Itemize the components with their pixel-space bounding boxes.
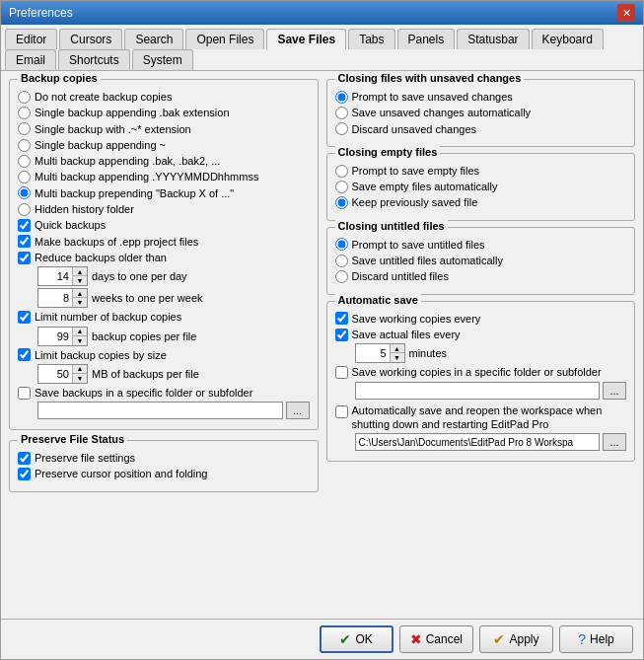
radio-prompt-unsaved-label: Prompt to save unsaved changes xyxy=(352,90,513,104)
apply-button[interactable]: ✔ Apply xyxy=(479,625,553,653)
radio-save-auto-untitled-input[interactable] xyxy=(335,255,348,267)
tab-save-files[interactable]: Save Files xyxy=(266,29,346,50)
chk-specific-folder: Save backups in a specific folder or sub… xyxy=(18,386,310,400)
radio-keep-saved: Keep previously saved file xyxy=(335,195,627,209)
radio-save-auto-unsaved-input[interactable] xyxy=(335,107,348,119)
radio-single-bak-input[interactable] xyxy=(18,107,31,119)
chk-reopen-input[interactable] xyxy=(335,405,348,418)
chk-epp-backups: Make backups of .epp project files xyxy=(18,235,310,249)
radio-multi-bak-input[interactable] xyxy=(18,155,31,168)
chk-preserve-settings-input[interactable] xyxy=(18,452,31,465)
apply-label: Apply xyxy=(509,632,538,646)
chk-quick-backups-input[interactable] xyxy=(18,219,31,232)
minutes-down[interactable]: ▼ xyxy=(391,353,404,362)
tab-cursors[interactable]: Cursors xyxy=(59,29,122,49)
chk-save-working-input[interactable] xyxy=(335,312,348,325)
ok-button[interactable]: ✔ OK xyxy=(320,625,394,653)
chk-limit-num-input[interactable] xyxy=(18,311,31,324)
radio-discard-untitled-label: Discard untitled files xyxy=(352,269,449,283)
tab-search[interactable]: Search xyxy=(124,29,183,49)
radio-prompt-empty-input[interactable] xyxy=(335,165,348,178)
chk-save-actual-input[interactable] xyxy=(335,329,348,341)
chk-limit-size-input[interactable] xyxy=(18,348,31,361)
help-label: Help xyxy=(590,632,614,646)
radio-prompt-unsaved-input[interactable] xyxy=(335,91,348,104)
cancel-button[interactable]: ✖ Cancel xyxy=(399,625,473,653)
limit-num-down[interactable]: ▼ xyxy=(73,336,87,345)
closing-untitled-group: Closing untitled files Prompt to save un… xyxy=(326,227,636,295)
tab-shortcuts[interactable]: Shortcuts xyxy=(58,49,130,70)
limit-size-down[interactable]: ▼ xyxy=(73,374,87,383)
radio-hidden-history: Hidden history folder xyxy=(18,202,310,216)
radio-discard-unsaved-input[interactable] xyxy=(335,122,348,135)
limit-num-spinner: ▲ ▼ xyxy=(37,327,88,346)
radio-prompt-untitled-input[interactable] xyxy=(335,238,348,251)
chk-limit-num-label: Limit number of backup copies xyxy=(35,310,181,324)
chk-preserve-cursor: Preserve cursor position and folding xyxy=(18,467,310,480)
close-button[interactable]: ✕ xyxy=(617,4,635,22)
limit-size-suffix: MB of backups per file xyxy=(92,368,199,380)
radio-multi-prepend-label: Multi backup prepending "Backup X of ...… xyxy=(35,186,234,200)
working-folder-browse[interactable]: ... xyxy=(603,382,626,400)
reduce-weeks-up[interactable]: ▲ xyxy=(73,289,87,298)
radio-multi-prepend-input[interactable] xyxy=(18,186,31,199)
minutes-up[interactable]: ▲ xyxy=(391,344,404,353)
chk-preserve-cursor-input[interactable] xyxy=(18,468,31,480)
tab-tabs[interactable]: Tabs xyxy=(348,29,394,49)
reduce-days-row: ▲ ▼ days to one per day xyxy=(37,266,310,286)
chk-specific-folder-input[interactable] xyxy=(18,387,31,400)
radio-save-auto-empty-input[interactable] xyxy=(335,181,348,193)
chk-reduce-input[interactable] xyxy=(18,252,31,264)
radio-multi-date: Multi backup appending .YYYYMMDDhhmmss xyxy=(18,170,310,183)
backup-copies-group: Backup copies Do not create backup copie… xyxy=(9,79,319,430)
chk-epp-backups-input[interactable] xyxy=(18,235,31,248)
tab-keyboard[interactable]: Keyboard xyxy=(532,29,604,49)
tab-email[interactable]: Email xyxy=(5,49,56,70)
radio-multi-date-input[interactable] xyxy=(18,171,31,183)
chk-preserve-cursor-label: Preserve cursor position and folding xyxy=(35,467,207,480)
working-folder-input[interactable] xyxy=(355,382,601,400)
limit-size-input[interactable] xyxy=(38,365,72,383)
minutes-input[interactable] xyxy=(356,344,390,362)
left-panel: Backup copies Do not create backup copie… xyxy=(9,79,319,611)
radio-prompt-untitled: Prompt to save untitled files xyxy=(335,238,627,252)
check-icon: ✔ xyxy=(339,631,351,647)
tab-panels[interactable]: Panels xyxy=(397,29,456,49)
reduce-weeks-down[interactable]: ▼ xyxy=(73,298,87,307)
limit-size-up[interactable]: ▲ xyxy=(73,365,87,374)
backup-folder-input[interactable] xyxy=(37,402,283,419)
limit-num-row: ▲ ▼ backup copies per file xyxy=(37,327,310,346)
limit-num-input[interactable] xyxy=(38,328,72,345)
preserve-content: Preserve file settings Preserve cursor p… xyxy=(18,451,310,481)
reduce-days-down[interactable]: ▼ xyxy=(73,276,87,285)
backup-folder-browse[interactable]: ... xyxy=(286,402,310,419)
limit-size-row: ▲ ▼ MB of backups per file xyxy=(37,364,310,384)
reduce-days-input[interactable] xyxy=(38,267,72,285)
closing-empty-group: Closing empty files Prompt to save empty… xyxy=(326,153,636,221)
chk-save-working-label: Save working copies every xyxy=(352,312,481,326)
chk-reduce-label: Reduce backups older than xyxy=(35,251,167,264)
radio-save-auto-untitled: Save untitled files automatically xyxy=(335,254,627,267)
limit-num-up[interactable]: ▲ xyxy=(73,328,87,336)
workspace-browse[interactable]: ... xyxy=(603,433,626,451)
reduce-weeks-input[interactable] xyxy=(38,289,72,307)
chk-working-folder-input[interactable] xyxy=(335,366,348,379)
tab-system[interactable]: System xyxy=(132,49,193,70)
radio-hidden-history-input[interactable] xyxy=(18,203,31,216)
minutes-btns: ▲ ▼ xyxy=(390,344,404,362)
radio-no-backup-input[interactable] xyxy=(18,91,31,104)
radio-save-auto-empty-label: Save empty files automatically xyxy=(352,180,498,193)
tab-statusbar[interactable]: Statusbar xyxy=(457,29,529,49)
tab-open-files[interactable]: Open Files xyxy=(185,29,264,49)
radio-discard-unsaved-label: Discard unsaved changes xyxy=(352,122,477,136)
help-button[interactable]: ? Help xyxy=(559,625,633,653)
radio-single-tilde: Single backup appending ~ xyxy=(18,138,310,152)
radio-single-tilde-star-input[interactable] xyxy=(18,122,31,135)
radio-discard-untitled-input[interactable] xyxy=(335,270,348,283)
tab-editor[interactable]: Editor xyxy=(5,29,57,49)
reduce-days-up[interactable]: ▲ xyxy=(73,267,87,276)
workspace-path-input[interactable] xyxy=(355,433,601,451)
radio-keep-saved-input[interactable] xyxy=(335,196,348,209)
radio-save-auto-unsaved: Save unsaved changes automatically xyxy=(335,106,627,119)
radio-single-tilde-input[interactable] xyxy=(18,139,31,152)
